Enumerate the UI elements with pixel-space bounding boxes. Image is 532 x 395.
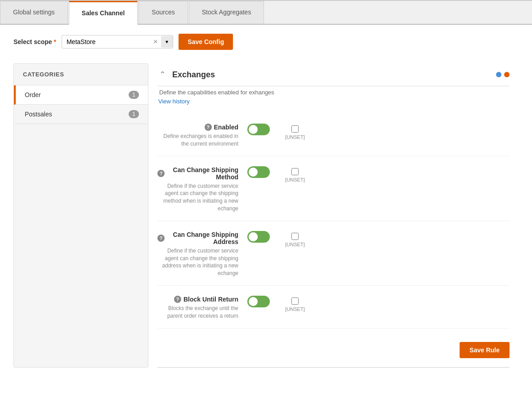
dot-orange [504, 72, 510, 77]
setting-row-enabled: ? Enabled Define exchanges is enabled in… [157, 114, 510, 156]
toggle-block-until-return[interactable] [247, 296, 270, 307]
setting-row-shipping-address: ? Can Change Shipping Address Define if … [157, 221, 510, 286]
section-meta: Define the capabilities enabled for exha… [157, 89, 510, 105]
unset-col-enabled: [UNSET] [277, 124, 313, 140]
settings-container: ? Enabled Define exchanges is enabled in… [157, 109, 510, 333]
toggle-shipping-address[interactable] [247, 231, 270, 243]
setting-control-shipping-method: [UNSET] [247, 164, 510, 182]
tab-global-settings[interactable]: Global settings [0, 1, 68, 24]
setting-label-col-shipping-address: ? Can Change Shipping Address Define if … [157, 229, 247, 277]
sidebar-title: CATEGORIES [14, 64, 148, 85]
save-config-button[interactable]: Save Config [179, 34, 233, 50]
content-area: CATEGORIES Order 1 Postsales 1 ⌃ Exchang [13, 63, 519, 368]
sidebar-item-postsales-badge: 1 [129, 110, 139, 118]
app-wrapper: Global settings Sales Channel Sources St… [0, 1, 532, 377]
right-panel: ⌃ Exchanges Define the capabilities enab… [148, 63, 519, 368]
section-header: ⌃ Exchanges [157, 63, 510, 86]
sidebar-item-order-label: Order [25, 91, 41, 98]
help-icon-shipping-address[interactable]: ? [157, 235, 165, 242]
save-rule-row: Save Rule [157, 333, 510, 367]
tabs-container: Global settings Sales Channel Sources St… [0, 1, 532, 25]
setting-label-col-enabled: ? Enabled Define exchanges is enabled in… [157, 122, 247, 148]
scope-input[interactable] [62, 36, 150, 48]
unset-col-block-until-return: [UNSET] [277, 296, 313, 312]
toggle-enabled[interactable] [247, 124, 270, 135]
toggle-block-until-return-slider [247, 296, 270, 307]
dot-blue [496, 72, 501, 77]
section-title: Exchanges [172, 70, 215, 80]
scope-label: Select scope * [13, 38, 56, 45]
sidebar: CATEGORIES Order 1 Postsales 1 [13, 63, 148, 368]
sidebar-item-postsales-label: Postsales [25, 111, 52, 118]
setting-label-shipping-address: ? Can Change Shipping Address [157, 231, 238, 245]
section-description: Define the capabilities enabled for exha… [158, 89, 510, 96]
tab-sales-channel[interactable]: Sales Channel [69, 1, 138, 25]
help-icon-shipping-method[interactable]: ? [157, 170, 165, 177]
scope-clear-button[interactable]: × [150, 36, 161, 48]
collapse-button[interactable]: ⌃ [157, 68, 168, 81]
tab-stock-aggregates[interactable]: Stock Aggregates [189, 1, 264, 24]
unset-checkbox-shipping-address[interactable] [291, 233, 299, 240]
scope-select-wrapper: × ▾ [62, 35, 173, 49]
unset-label-shipping-address: [UNSET] [285, 242, 304, 247]
toggle-shipping-method[interactable] [247, 166, 270, 178]
unset-label-shipping-method: [UNSET] [285, 177, 304, 182]
setting-label-block-until-return: ? Block Until Return [157, 296, 238, 303]
unset-col-shipping-address: [UNSET] [277, 231, 313, 247]
setting-row-block-until-return: ? Block Until Return Blocks the exchange… [157, 286, 510, 328]
sidebar-item-order[interactable]: Order 1 [14, 85, 148, 105]
sidebar-item-postsales[interactable]: Postsales 1 [14, 105, 148, 124]
tab-sources[interactable]: Sources [139, 1, 188, 24]
setting-desc-shipping-method: Define if the customer service agent can… [157, 182, 238, 213]
section-header-left: ⌃ Exchanges [157, 68, 215, 81]
setting-control-block-until-return: [UNSET] [247, 294, 510, 312]
help-icon-block-until-return[interactable]: ? [174, 296, 181, 303]
bottom-divider [157, 367, 510, 368]
scope-row: Select scope * × ▾ Save Config [13, 34, 519, 50]
unset-label-enabled: [UNSET] [285, 134, 304, 140]
setting-row-shipping-method: ? Can Change Shipping Method Define if t… [157, 156, 510, 221]
unset-checkbox-block-until-return[interactable] [291, 297, 299, 305]
section-dots [496, 72, 510, 77]
setting-desc-shipping-address: Define if the customer service agent can… [157, 247, 238, 277]
toggle-enabled-slider [247, 124, 270, 135]
main-content: Select scope * × ▾ Save Config CATEGORIE… [0, 25, 532, 377]
setting-label-col-block-until-return: ? Block Until Return Blocks the exchange… [157, 294, 247, 320]
toggle-shipping-method-slider [247, 166, 270, 178]
setting-desc-block-until-return: Blocks the exchange until the parent ord… [157, 305, 238, 320]
setting-label-enabled: ? Enabled [157, 124, 238, 131]
unset-checkbox-enabled[interactable] [291, 125, 299, 133]
save-rule-button[interactable]: Save Rule [460, 342, 510, 358]
view-history-link[interactable]: View history [158, 98, 190, 105]
setting-control-enabled: [UNSET] [247, 122, 510, 140]
setting-label-col-shipping-method: ? Can Change Shipping Method Define if t… [157, 164, 247, 213]
scope-dropdown-button[interactable]: ▾ [161, 36, 173, 48]
setting-control-shipping-address: [UNSET] [247, 229, 510, 247]
unset-checkbox-shipping-method[interactable] [291, 168, 299, 175]
unset-col-shipping-method: [UNSET] [277, 166, 313, 182]
setting-desc-enabled: Define exchanges is enabled in the curre… [157, 133, 238, 148]
setting-label-shipping-method: ? Can Change Shipping Method [157, 166, 238, 181]
help-icon-enabled[interactable]: ? [205, 124, 212, 131]
unset-label-block-until-return: [UNSET] [285, 306, 304, 312]
sidebar-item-order-badge: 1 [129, 91, 139, 99]
